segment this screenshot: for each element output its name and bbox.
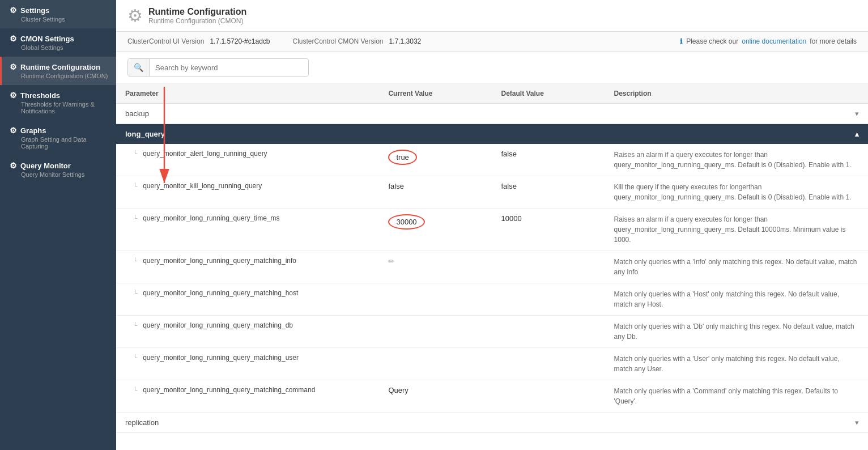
- table-row: └ query_monitor_long_running_query_match…: [116, 380, 868, 413]
- value-cell: [379, 348, 492, 380]
- header-bar: ⚙ Runtime Configuration Runtime Configur…: [116, 0, 868, 32]
- value-cell: ✏: [379, 251, 492, 283]
- page-subtitle: Runtime Configuration (CMON): [148, 17, 246, 25]
- long-query-chevron-icon: ▴: [855, 130, 859, 138]
- default-value-cell: 10000: [492, 209, 605, 251]
- backup-toggle[interactable]: backup ▾: [125, 109, 859, 118]
- sidebar-item-query-monitor[interactable]: ⚙ Query Monitor Query Monitor Settings: [0, 155, 116, 184]
- param-cell: └ query_monitor_long_running_query_match…: [116, 251, 379, 283]
- col-description: Description: [605, 84, 868, 104]
- value-cell: true: [379, 144, 492, 176]
- desc-cell: Raises an alarm if a query executes for …: [605, 144, 868, 176]
- sidebar-item-settings[interactable]: ⚙ Settings Cluster Settings: [0, 0, 116, 28]
- version-info: ℹ Please check our online documentation …: [680, 37, 857, 45]
- circled-value: true: [388, 150, 416, 165]
- graphs-icon: ⚙: [10, 126, 17, 135]
- table-row: └ query_monitor_long_running_query_match…: [116, 316, 868, 348]
- default-value-cell: [492, 380, 605, 413]
- query-monitor-icon: ⚙: [10, 161, 17, 170]
- online-docs-link[interactable]: online documentation: [742, 37, 806, 45]
- ui-version: ClusterControl UI Version 1.7.1.5720-#c1…: [127, 37, 270, 45]
- table-row: └ query_monitor_long_running_query_match…: [116, 348, 868, 380]
- col-default-value: Default Value: [492, 84, 605, 104]
- value-cell: Query: [379, 380, 492, 413]
- sidebar-item-cmon-settings[interactable]: ⚙ CMON Settings Global Settings: [0, 28, 116, 57]
- header-title-block: Runtime Configuration Runtime Configurat…: [148, 7, 246, 25]
- cmon-icon: ⚙: [10, 34, 17, 43]
- default-value-cell: false: [492, 144, 605, 176]
- cmon-version: ClusterControl CMON Version 1.7.1.3032: [292, 37, 421, 45]
- settings-icon: ⚙: [10, 6, 17, 15]
- param-cell: └ query_monitor_long_running_query_match…: [116, 316, 379, 348]
- param-cell: └ query_monitor_alert_long_running_query: [116, 144, 379, 176]
- table-row: └ query_monitor_long_running_query_match…: [116, 283, 868, 316]
- runtime-icon: ⚙: [10, 62, 17, 71]
- value-cell: [379, 283, 492, 316]
- col-current-value: Current Value: [379, 84, 492, 104]
- version-bar: ClusterControl UI Version 1.7.1.5720-#c1…: [116, 32, 868, 52]
- param-cell: └ query_monitor_long_running_query_match…: [116, 380, 379, 413]
- desc-cell: Kill the query if the query executes for…: [605, 176, 868, 209]
- edit-icon[interactable]: ✏: [388, 257, 395, 266]
- desc-cell: Raises an alarm if a query executes for …: [605, 209, 868, 251]
- default-value-cell: [492, 251, 605, 283]
- default-value-cell: false: [492, 176, 605, 209]
- sidebar-item-graphs[interactable]: ⚙ Graphs Graph Setting and Data Capturin…: [0, 120, 116, 155]
- info-icon: ℹ: [680, 37, 683, 45]
- long-query-toggle[interactable]: long_query ▴: [125, 130, 859, 138]
- desc-cell: Match only queries with a 'User' only ma…: [605, 348, 868, 380]
- default-value-cell: [492, 283, 605, 316]
- table-row: └ query_monitor_long_running_query_time_…: [116, 209, 868, 251]
- desc-cell: Match only queries with a 'Info' only ma…: [605, 251, 868, 283]
- param-cell: └ query_monitor_long_running_query_match…: [116, 348, 379, 380]
- col-parameter: Parameter: [116, 84, 379, 104]
- param-cell: └ query_monitor_long_running_query_time_…: [116, 209, 379, 251]
- config-table: Parameter Current Value Default Value De…: [116, 84, 868, 433]
- default-value-cell: [492, 316, 605, 348]
- desc-cell: Match only queries with a 'Db' only matc…: [605, 316, 868, 348]
- section-replication[interactable]: replication ▾: [116, 413, 868, 433]
- circled-value: 30000: [388, 214, 424, 230]
- search-bar: 🔍: [116, 52, 868, 84]
- table-row: └ query_monitor_alert_long_running_query…: [116, 144, 868, 176]
- thresholds-icon: ⚙: [10, 91, 17, 100]
- search-wrap: 🔍: [127, 58, 309, 77]
- default-value-cell: [492, 348, 605, 380]
- replication-toggle[interactable]: replication ▾: [125, 418, 859, 427]
- desc-cell: Match only queries with a 'Host' only ma…: [605, 283, 868, 316]
- table-header-row: Parameter Current Value Default Value De…: [116, 84, 868, 104]
- search-button[interactable]: 🔍: [128, 59, 150, 76]
- main-content: ⚙ Runtime Configuration Runtime Configur…: [116, 0, 868, 450]
- page-title: Runtime Configuration: [148, 7, 246, 17]
- section-long-query[interactable]: long_query ▴: [116, 124, 868, 145]
- desc-cell: Match only queries with a 'Command' only…: [605, 380, 868, 413]
- value-cell: false: [379, 176, 492, 209]
- backup-chevron-icon: ▾: [855, 109, 859, 118]
- long-query-label: long_query: [125, 130, 165, 138]
- sidebar-item-runtime-config[interactable]: ⚙ Runtime Configuration Runtime Configur…: [0, 57, 116, 85]
- value-cell: 30000: [379, 209, 492, 251]
- header-icon: ⚙: [127, 6, 143, 26]
- section-backup[interactable]: backup ▾: [116, 104, 868, 124]
- table-area: Parameter Current Value Default Value De…: [116, 84, 868, 450]
- table-row: └ query_monitor_long_running_query_match…: [116, 251, 868, 283]
- param-cell: └ query_monitor_kill_long_running_query: [116, 176, 379, 209]
- sidebar-item-thresholds[interactable]: ⚙ Thresholds Thresholds for Warnings & N…: [0, 85, 116, 120]
- table-row: └ query_monitor_kill_long_running_query …: [116, 176, 868, 209]
- search-input[interactable]: [150, 60, 308, 76]
- param-cell: └ query_monitor_long_running_query_match…: [116, 283, 379, 316]
- value-cell: [379, 316, 492, 348]
- replication-chevron-icon: ▾: [855, 418, 859, 427]
- sidebar: ⚙ Settings Cluster Settings ⚙ CMON Setti…: [0, 0, 116, 450]
